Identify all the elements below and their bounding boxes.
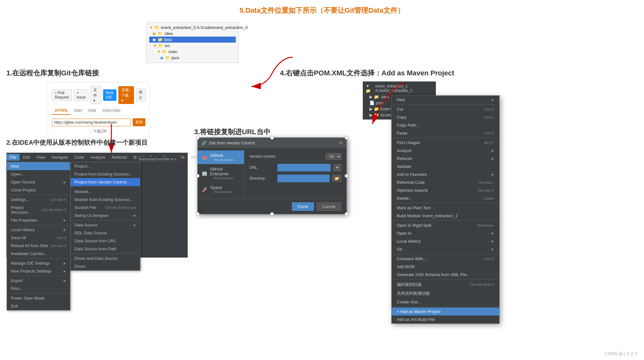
menu-item-project-structure[interactable]: Project Structure...Ctrl+Alt+Shift+S bbox=[7, 204, 70, 216]
tab-svn[interactable]: SVN bbox=[85, 107, 99, 115]
ctx-refactor[interactable]: Refactor▶ bbox=[392, 155, 499, 163]
webide-btn[interactable]: Web IDE bbox=[103, 89, 116, 101]
vcs-sidebar-space[interactable]: 🚀 Space No account bbox=[198, 183, 244, 196]
ctx-local-history[interactable]: Local History▶ bbox=[392, 237, 499, 245]
folder-icon: ▼ 📁 bbox=[153, 43, 163, 48]
handle-bc[interactable] bbox=[270, 212, 274, 216]
vcs-dialog-close[interactable]: ✕ bbox=[339, 140, 343, 145]
menu-item-file-properties[interactable]: File Properties▶ bbox=[7, 216, 70, 224]
menu-item-reload[interactable]: Reload All from DiskCtrl+Alt+Y bbox=[7, 242, 70, 250]
menu-file[interactable]: File bbox=[7, 154, 20, 161]
ctx-validate[interactable]: Validate bbox=[392, 163, 499, 170]
menu-refactor[interactable]: Refactor bbox=[108, 154, 130, 161]
handle-tr[interactable] bbox=[345, 136, 348, 140]
handle-ml[interactable] bbox=[196, 174, 200, 178]
ctx-open-in[interactable]: Open In▶ bbox=[392, 229, 499, 237]
submenu-item-datasource-path[interactable]: Data Source from Path bbox=[71, 245, 140, 253]
ctx-add-bom[interactable]: Add BOM bbox=[392, 263, 499, 271]
file-btn[interactable]: 文件▾ bbox=[90, 86, 101, 104]
submenu-item-module-existing[interactable]: Module from Existing Sources... bbox=[71, 196, 140, 204]
handle-bl[interactable] bbox=[196, 212, 200, 216]
menu-item-open[interactable]: Open... bbox=[7, 170, 70, 178]
vc-select[interactable]: Git bbox=[326, 153, 341, 160]
ctx-paste[interactable]: PasteCtrl+V bbox=[392, 129, 499, 137]
menu-item-new[interactable]: New▶ bbox=[7, 162, 70, 170]
menu-analyze[interactable]: Analyze bbox=[88, 154, 108, 161]
ctx-cut[interactable]: CutCtrl+X bbox=[392, 105, 499, 113]
tab-https[interactable]: HTTPS bbox=[52, 107, 71, 115]
vcs-dialog-body: 🐙 GitHub No accounts 🏢 GitHub Enterprise… bbox=[198, 148, 346, 199]
directory-row: Directory: 📁 bbox=[249, 175, 341, 182]
submenu-item-swing[interactable]: Swing UI Designer▶ bbox=[71, 211, 140, 219]
submenu-item-driver-datasource[interactable]: Driver and Data Source bbox=[71, 254, 140, 262]
menu-item-save-all[interactable]: Save AllCtrl+S bbox=[7, 234, 70, 242]
handle-mr[interactable] bbox=[345, 174, 348, 178]
menu-code[interactable]: Code bbox=[71, 154, 88, 161]
tab-svn-ssh[interactable]: SVN+SSH bbox=[99, 107, 123, 115]
submenu-item-ddl[interactable]: DDL Data Source bbox=[71, 229, 140, 237]
menu-item-new-projects[interactable]: New Projects Settings▶ bbox=[7, 267, 70, 275]
ctx-copy-path[interactable]: Copy Path... bbox=[392, 121, 499, 129]
menu-item-invalidate[interactable]: Invalidate Caches... bbox=[7, 250, 70, 258]
menu-edit[interactable]: Edit bbox=[20, 154, 33, 161]
ctx-delete[interactable]: Delete...Delete bbox=[392, 194, 499, 202]
clone-btn[interactable]: 克隆/下载 ▾ bbox=[118, 86, 134, 104]
submenu-item-datasource-url[interactable]: Data Source from URL bbox=[71, 237, 140, 245]
menu-item-exit[interactable]: Exit bbox=[7, 302, 70, 310]
pull-request-btn[interactable]: + Pull Request bbox=[52, 89, 72, 101]
separator bbox=[392, 220, 499, 221]
menu-item-close-project[interactable]: Close Project bbox=[7, 186, 70, 194]
submenu-item-driver[interactable]: Driver bbox=[71, 262, 140, 270]
handle-tc[interactable] bbox=[270, 136, 274, 140]
url-input[interactable] bbox=[277, 164, 331, 171]
ctx-add-favorites[interactable]: Add to Favorites▶ bbox=[392, 170, 499, 178]
gitee-url-input[interactable] bbox=[52, 119, 131, 126]
ctx-git[interactable]: Git▶ bbox=[392, 245, 499, 253]
submenu-item-project-vcs[interactable]: Project from Version Control... bbox=[71, 178, 140, 186]
cancel-button[interactable]: Cancel bbox=[317, 202, 341, 211]
menu-item-export[interactable]: Export▶ bbox=[7, 277, 70, 285]
submenu-item-datasource[interactable]: Data Source▶ bbox=[71, 221, 140, 229]
ctx-copy[interactable]: CopyCtrl+C bbox=[392, 113, 499, 121]
gitee-copy-button[interactable]: 复制 bbox=[133, 118, 145, 126]
ctx-optimize-imports[interactable]: Optimize ImportsCtrl+Alt+O bbox=[392, 186, 499, 194]
issue-btn[interactable]: + Issue bbox=[74, 89, 89, 101]
ctx-create-gist[interactable]: Create Gist... bbox=[392, 298, 499, 306]
vcs-sidebar-github-enterprise[interactable]: 🏢 GitHub Enterprise No accounts bbox=[198, 164, 244, 183]
tab-ssh[interactable]: SSH bbox=[71, 107, 85, 115]
ctx-add-maven[interactable]: + Add as Maven Project bbox=[392, 308, 499, 315]
menu-item-power-save[interactable]: Power Save Mode bbox=[7, 294, 70, 302]
ctx-generate-xsd[interactable]: Generate XSD Schema from XML File... bbox=[392, 271, 499, 279]
ctx-mark-plain-text[interactable]: Mark as Plain Text bbox=[392, 204, 499, 212]
vcs-sidebar-github[interactable]: 🐙 GitHub No accounts bbox=[198, 150, 244, 164]
menu-item-open-recent[interactable]: Open Recent▶ bbox=[7, 178, 70, 186]
handle-tl[interactable] bbox=[196, 136, 200, 140]
url-dropdown-btn[interactable]: ▼ bbox=[333, 164, 341, 171]
menu-item-print[interactable]: Print... bbox=[7, 285, 70, 293]
dir-input[interactable] bbox=[277, 175, 330, 182]
ctx-encoding-scan[interactable]: 编码规则扫描Ctrl+Alt+Shift+J bbox=[392, 280, 499, 289]
separator bbox=[7, 195, 70, 195]
ctx-analyze[interactable]: Analyze▶ bbox=[392, 147, 499, 155]
submenu-item-project[interactable]: Project... bbox=[71, 162, 140, 170]
submenu-item-scratch[interactable]: Scratch FileCtrl+Alt+Shift+Insert bbox=[71, 204, 140, 211]
ctx-compare-with[interactable]: Compare With...Ctrl+D bbox=[392, 255, 499, 263]
menu-item-settings[interactable]: Settings...Ctrl+Alt+S bbox=[7, 196, 70, 204]
menu-item-manage-ide[interactable]: Manage IDE Settings▶ bbox=[7, 259, 70, 267]
ctx-open-right-split[interactable]: Open in Right SplitShift+Enter bbox=[392, 221, 499, 229]
ctx-find-usages[interactable]: Find UsagesAlt+F7 bbox=[392, 139, 499, 147]
submenu-item-module[interactable]: Module... bbox=[71, 188, 140, 196]
menu-item-local-history[interactable]: Local History▶ bbox=[7, 226, 70, 234]
clone-button[interactable]: Clone bbox=[292, 202, 314, 211]
ctx-build-module[interactable]: Build Module 'event_extraction_1' bbox=[392, 212, 499, 220]
dir-browse-btn[interactable]: 📁 bbox=[332, 175, 341, 182]
menu-view[interactable]: View bbox=[33, 154, 48, 161]
ctx-disable-realtime[interactable]: 关闭实时检测功能 bbox=[392, 289, 499, 298]
ctx-reformat[interactable]: Reformat CodeCtrl+Alt+L bbox=[392, 178, 499, 186]
submenu-item-project-existing[interactable]: Project from Existing Sources... bbox=[71, 170, 140, 178]
menu-navigate[interactable]: Navigate bbox=[48, 154, 71, 161]
ctx-new[interactable]: New▶ bbox=[392, 96, 499, 104]
ctx-add-ant[interactable]: Add as Ant Build File bbox=[392, 315, 499, 323]
intro-btn[interactable]: 简介 bbox=[136, 88, 145, 102]
handle-br[interactable] bbox=[345, 212, 348, 216]
